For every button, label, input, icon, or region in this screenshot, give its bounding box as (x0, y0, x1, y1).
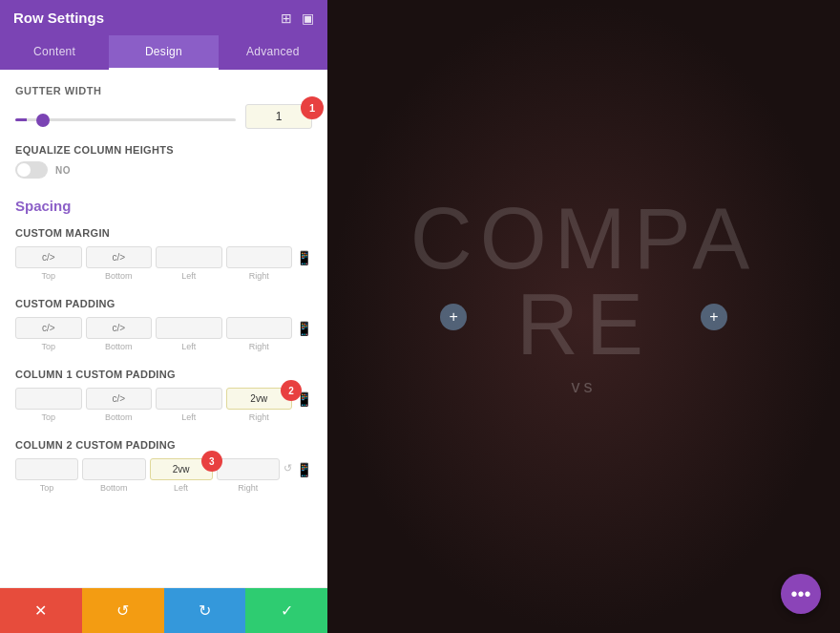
margin-left-col: Left (156, 246, 222, 281)
col1-right-col: Right 2 (226, 388, 293, 422)
col2-right-col: Right (217, 458, 280, 493)
col2-top-col: Top (15, 458, 78, 493)
compare-text-block: COMPA RE vs (410, 196, 757, 397)
col2-padding-label: Column 2 Custom Padding (15, 439, 312, 451)
col2-bottom-col: Bottom (82, 458, 145, 493)
col1-bottom-input[interactable] (86, 388, 153, 410)
col2-left-col: Left 3 (150, 458, 213, 493)
col1-right-label: Right (249, 412, 269, 422)
col2-padding-group: Column 2 Custom Padding Top Bottom Left … (15, 439, 312, 493)
tab-advanced[interactable]: Advanced (219, 35, 327, 70)
padding-top-label: Top (41, 342, 55, 351)
toggle-text: NO (55, 165, 71, 176)
reset-button[interactable]: ↺ (82, 588, 164, 633)
col1-left-col: Left (156, 388, 222, 422)
tab-content[interactable]: Content (0, 35, 109, 70)
margin-right-input[interactable] (226, 246, 293, 268)
margin-top-input[interactable] (15, 246, 82, 268)
margin-right-label: Right (249, 271, 269, 281)
col2-badge: 3 (201, 451, 222, 472)
col1-padding-group: Column 1 Custom Padding Top Bottom Left … (15, 369, 312, 422)
col2-left-label: Left (174, 483, 188, 493)
header-icons: ⊞ ▣ (281, 11, 314, 26)
cancel-button[interactable]: ✕ (0, 588, 82, 633)
redo-button[interactable]: ↻ (164, 588, 246, 633)
add-right-button[interactable]: + (701, 304, 727, 330)
margin-bottom-input[interactable] (86, 246, 153, 268)
col2-bottom-label: Bottom (100, 483, 128, 493)
col1-padding-label: Column 1 Custom Padding (15, 369, 312, 380)
margin-top-col: Top (15, 246, 82, 281)
panel-header: Row Settings ⊞ ▣ (0, 0, 327, 35)
margin-left-input[interactable] (156, 246, 222, 268)
padding-left-label: Left (181, 342, 196, 351)
col1-badge: 2 (281, 380, 302, 401)
panel-title: Row Settings (13, 10, 104, 26)
margin-bottom-label: Bottom (105, 271, 133, 281)
col2-reset-icon[interactable]: ↺ (284, 460, 292, 475)
custom-padding-group: Custom Padding Top Bottom Left Right (15, 298, 312, 351)
col2-right-input[interactable] (217, 458, 280, 480)
expand-icon[interactable]: ⊞ (281, 11, 292, 26)
save-button[interactable]: ✓ (245, 588, 327, 633)
padding-right-label: Right (249, 342, 269, 351)
custom-margin-label: Custom Margin (15, 227, 312, 239)
col2-top-input[interactable] (15, 458, 78, 480)
padding-right-input[interactable] (226, 317, 293, 339)
margin-right-col: Right (226, 246, 293, 281)
col1-top-input[interactable] (15, 388, 82, 410)
equalize-toggle[interactable] (15, 161, 48, 179)
margin-left-label: Left (181, 271, 196, 281)
add-left-button[interactable]: + (440, 304, 467, 330)
panel-footer: ✕ ↺ ↻ ✓ (0, 587, 327, 633)
col2-bottom-input[interactable] (82, 458, 145, 480)
col2-responsive-icon[interactable]: 📱 (296, 460, 312, 477)
col1-top-col: Top (15, 388, 82, 422)
padding-bottom-input[interactable] (86, 317, 153, 339)
equalize-section: Equalize Column Heights NO (15, 144, 312, 179)
col2-top-label: Top (40, 483, 54, 493)
tab-design[interactable]: Design (109, 35, 218, 70)
margin-top-label: Top (41, 271, 55, 281)
toggle-row: NO (15, 161, 312, 179)
padding-responsive-icon[interactable]: 📱 (296, 319, 312, 336)
vs-text: vs (410, 377, 757, 397)
gutter-slider[interactable] (15, 118, 236, 121)
tab-bar: Content Design Advanced (0, 35, 327, 70)
col1-bottom-label: Bottom (105, 412, 133, 422)
col1-left-input[interactable] (156, 388, 222, 410)
padding-left-input[interactable] (156, 317, 222, 339)
compare-line1: COMPA (410, 196, 757, 282)
margin-responsive-icon[interactable]: 📱 (296, 248, 312, 265)
fab-button[interactable]: ••• (781, 574, 821, 614)
col1-bottom-col: Bottom (86, 388, 153, 422)
gutter-badge: 1 (301, 96, 324, 119)
gutter-slider-container (15, 108, 236, 125)
gutter-width-row: 1 (15, 104, 312, 129)
col2-right-label: Right (238, 483, 258, 493)
padding-bottom-label: Bottom (105, 342, 133, 351)
preview-area: COMPA RE vs + + ••• (327, 0, 840, 633)
padding-top-col: Top (15, 317, 82, 351)
panel-body: Gutter Width 1 Equalize Column Heights N… (0, 70, 327, 587)
gutter-input-wrap: 1 (245, 104, 312, 129)
columns-icon[interactable]: ▣ (302, 11, 314, 26)
padding-right-col: Right (226, 317, 293, 351)
col1-left-label: Left (181, 412, 196, 422)
custom-margin-group: Custom Margin Top Bottom Left Right (15, 227, 312, 281)
col1-top-label: Top (41, 412, 55, 422)
gutter-width-label: Gutter Width (15, 85, 312, 96)
equalize-label: Equalize Column Heights (15, 144, 312, 156)
padding-left-col: Left (156, 317, 222, 351)
padding-top-input[interactable] (15, 317, 82, 339)
settings-panel: Row Settings ⊞ ▣ Content Design Advanced… (0, 0, 327, 633)
spacing-title: Spacing (15, 198, 312, 214)
margin-bottom-col: Bottom (86, 246, 153, 281)
padding-bottom-col: Bottom (86, 317, 153, 351)
custom-padding-label: Custom Padding (15, 298, 312, 309)
